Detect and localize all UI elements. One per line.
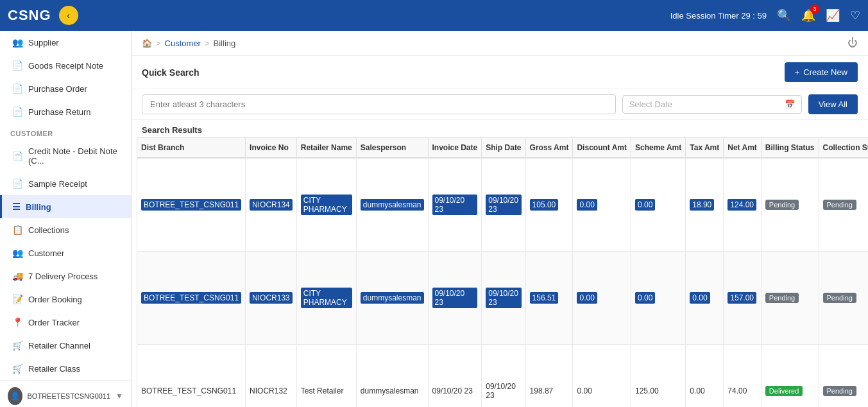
table-row: BOTREE_TEST_CSNG011NIOCR134CITY PHARMACY…: [137, 158, 869, 252]
top-navigation: CSNG ‹ Idle Session Timer 29 : 59 🔍 🔔 3 …: [0, 0, 868, 31]
purchase-order-icon: 📄: [12, 83, 23, 94]
search-icon[interactable]: 🔍: [777, 8, 791, 22]
quick-search-bar: Quick Search + Create New: [132, 56, 868, 89]
table-cell: 124.00: [724, 158, 762, 252]
sidebar-item-delivery-process[interactable]: 🚚 7 Delivery Process: [0, 264, 131, 288]
th-invoice-no: Invoice No: [246, 138, 297, 159]
customer-section-label: CUSTOMER: [0, 123, 131, 140]
grn-icon: 📄: [12, 60, 23, 71]
th-dist-branch: Dist Branch: [137, 138, 246, 159]
sidebar-toggle-button[interactable]: ‹: [59, 6, 78, 25]
table-cell: NIOCR132: [246, 345, 297, 408]
app-logo: CSNG: [8, 7, 51, 24]
customer-icon: 👥: [12, 248, 23, 258]
breadcrumb-billing: Billing: [214, 39, 236, 48]
order-booking-icon: 📝: [12, 294, 23, 304]
status-cell: Pending: [819, 158, 868, 252]
th-gross-amt: Gross Amt: [525, 138, 573, 159]
th-ship-date: Ship Date: [482, 138, 525, 159]
th-invoice-date: Invoice Date: [428, 138, 482, 159]
table-cell: CITY PHARMACY: [296, 252, 356, 345]
table-cell: BOTREE_TEST_CSNG011: [137, 158, 246, 252]
breadcrumb: 🏠 > Customer > Billing ⏻: [132, 31, 868, 56]
sidebar-item-order-booking[interactable]: 📝 Order Booking: [0, 288, 131, 311]
th-billing-status: Billing Status: [761, 138, 819, 159]
table-cell: NIOCR133: [246, 252, 297, 345]
th-net-amt: Net Amt: [724, 138, 762, 159]
sidebar-item-customer[interactable]: 👥 Customer: [0, 241, 131, 264]
content-area: 🏠 > Customer > Billing ⏻ Quick Search + …: [132, 31, 868, 407]
table-header-row: Dist Branch Invoice No Retailer Name Sal…: [137, 138, 869, 159]
th-salesperson: Salesperson: [356, 138, 428, 159]
notification-icon[interactable]: 🔔 3: [801, 8, 815, 22]
calendar-icon: 📅: [785, 100, 795, 109]
table-row: BOTREE_TEST_CSNG011NIOCR132Test Retailer…: [137, 345, 869, 408]
sidebar-item-retailer-class[interactable]: 🛒 Retailer Class: [0, 357, 131, 380]
table-cell: 74.00: [724, 345, 762, 408]
sidebar-item-sample-receipt[interactable]: 📄 Sample Receipt: [0, 172, 131, 195]
supplier-icon: 👥: [12, 37, 23, 48]
sidebar-item-supplier[interactable]: 👥 Supplier: [0, 31, 131, 54]
credit-note-icon: 📄: [12, 151, 23, 161]
notification-badge: 3: [810, 4, 819, 13]
status-cell: Pending: [819, 252, 868, 345]
date-placeholder: Select Date: [629, 100, 672, 109]
power-icon[interactable]: ⏻: [847, 37, 858, 49]
user-avatar: 👤: [8, 387, 22, 405]
sidebar-item-retailer-channel[interactable]: 🛒 Retailer Channel: [0, 334, 131, 357]
sample-receipt-icon: 📄: [12, 178, 23, 189]
sidebar-item-order-tracker[interactable]: 📍 Order Tracker: [0, 311, 131, 334]
table-cell: 125.00: [631, 345, 686, 408]
chart-icon[interactable]: 📈: [826, 8, 840, 22]
th-collection-status: Collection Status: [819, 138, 868, 159]
table-cell: 0.00: [573, 158, 631, 252]
th-tax-amt: Tax Amt: [686, 138, 724, 159]
quick-search-title: Quick Search: [142, 67, 778, 78]
th-retailer-name: Retailer Name: [296, 138, 356, 159]
table-cell: 09/10/20 23: [482, 252, 525, 345]
table-cell: BOTREE_TEST_CSNG011: [137, 252, 246, 345]
view-all-button[interactable]: View All: [808, 94, 858, 114]
table-cell: 18.90: [686, 158, 724, 252]
table-cell: 0.00: [573, 252, 631, 345]
sidebar-item-collections[interactable]: 📋 Collections: [0, 218, 131, 241]
purchase-return-icon: 📄: [12, 107, 23, 117]
table-cell: 0.00: [573, 345, 631, 408]
table-cell: dummysalesman: [356, 158, 428, 252]
chevron-down-icon: ▼: [115, 392, 123, 401]
user-icon[interactable]: ♡: [850, 8, 860, 22]
retailer-channel-icon: 🛒: [12, 340, 23, 351]
table-cell: BOTREE_TEST_CSNG011: [137, 345, 246, 408]
status-cell: Pending: [761, 158, 819, 252]
breadcrumb-sep-1: >: [156, 39, 161, 48]
table-cell: CITY PHARMACY: [296, 158, 356, 252]
results-table-wrap: Dist Branch Invoice No Retailer Name Sal…: [132, 137, 868, 407]
breadcrumb-customer[interactable]: Customer: [165, 39, 201, 48]
session-timer: Idle Session Timer 29 : 59: [670, 11, 767, 21]
table-cell: 156.51: [525, 252, 573, 345]
delivery-icon: 🚚: [12, 271, 23, 281]
table-cell: 09/10/20 23: [428, 345, 482, 408]
table-cell: dummysalesman: [356, 252, 428, 345]
table-cell: 105.00: [525, 158, 573, 252]
sidebar-item-grn[interactable]: 📄 Goods Receipt Note: [0, 54, 131, 77]
date-picker-wrap[interactable]: Select Date 📅: [622, 95, 802, 114]
status-cell: Pending: [761, 252, 819, 345]
search-row: Select Date 📅 View All: [132, 89, 868, 120]
collections-icon: 📋: [12, 225, 23, 235]
create-new-button[interactable]: + Create New: [785, 62, 858, 82]
sidebar-item-credit-note[interactable]: 📄 Credit Note - Debit Note (C...: [0, 140, 131, 172]
main-layout: 👥 Supplier 📄 Goods Receipt Note 📄 Purcha…: [0, 31, 868, 407]
sidebar-item-purchase-return[interactable]: 📄 Purchase Return: [0, 100, 131, 123]
sidebar-item-purchase-order[interactable]: 📄 Purchase Order: [0, 77, 131, 100]
topnav-right: Idle Session Timer 29 : 59 🔍 🔔 3 📈 ♡: [670, 8, 860, 22]
table-cell: 0.00: [686, 345, 724, 408]
table-cell: 157.00: [724, 252, 762, 345]
sidebar-item-billing[interactable]: ☰ Billing: [0, 195, 131, 218]
home-icon[interactable]: 🏠: [142, 39, 152, 48]
sidebar-footer[interactable]: 👤 BOTREETESTCSNG0011 ▼: [0, 380, 131, 407]
table-cell: NIOCR134: [246, 158, 297, 252]
search-results-label: Search Results: [132, 120, 868, 137]
search-input[interactable]: [142, 94, 616, 114]
status-cell: Pending: [819, 345, 868, 408]
